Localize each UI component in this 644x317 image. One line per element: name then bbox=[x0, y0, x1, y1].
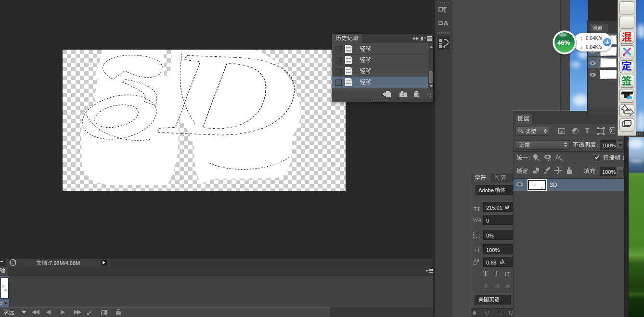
svg-text:D: D bbox=[154, 50, 305, 163]
